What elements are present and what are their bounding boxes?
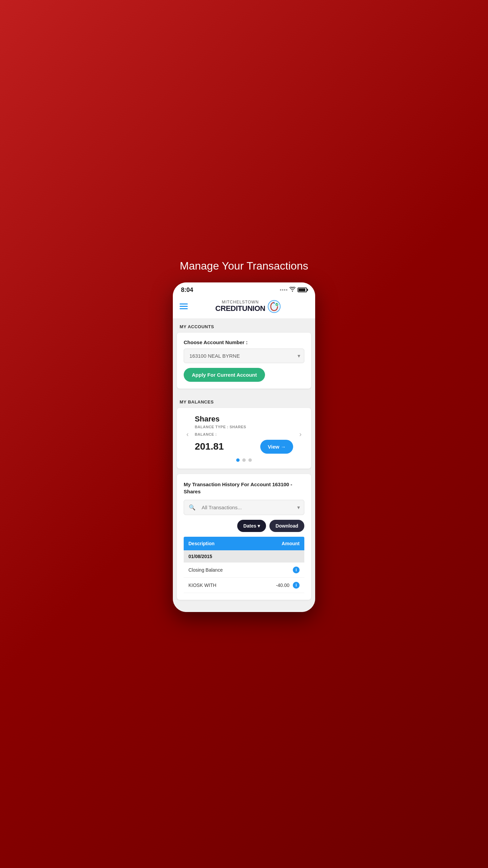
app-body: MY ACCOUNTS Choose Account Number : 1631… — [173, 319, 315, 612]
table-row: Closing Balance i — [184, 563, 304, 578]
apply-current-account-button[interactable]: Apply For Current Account — [184, 368, 265, 382]
phone-frame: 8:04 — [173, 282, 315, 612]
dot-3 — [248, 458, 252, 462]
dots-indicator — [184, 454, 304, 462]
view-balance-button[interactable]: View → — [260, 440, 293, 454]
status-time: 8:04 — [181, 287, 193, 294]
action-buttons: Dates ▾ Download — [184, 520, 304, 532]
table-row: KIOSK WITH -40.00 i — [184, 578, 304, 593]
logo-area: MITCHELSTOWN CREDITUNION — [188, 300, 308, 313]
balance-type-title: Shares — [195, 415, 293, 423]
row-description-kiosk: KIOSK WITH — [188, 583, 276, 588]
logo-text: MITCHELSTOWN CREDITUNION — [215, 300, 265, 313]
balance-amount-value: 201.81 — [195, 441, 224, 452]
balance-content: Shares BALANCE TYPE : SHARES BALANCE : 2… — [191, 415, 297, 454]
battery-icon — [298, 288, 307, 292]
table-header-description: Description — [188, 541, 282, 546]
table-date-group: 01/08/2015 — [184, 550, 304, 563]
download-button[interactable]: Download — [269, 520, 304, 532]
search-input[interactable] — [199, 500, 293, 514]
row-description-closing: Closing Balance — [188, 567, 289, 573]
balance-amount-label: BALANCE : — [195, 432, 293, 436]
logo-creditunion: CREDITUNION — [215, 304, 265, 313]
status-icons — [280, 287, 307, 293]
balance-nav: ‹ Shares BALANCE TYPE : SHARES BALANCE :… — [184, 415, 304, 454]
balance-type-label: BALANCE TYPE : SHARES — [195, 425, 293, 429]
account-number-select[interactable]: 163100 NEAL BYRNE — [184, 349, 304, 363]
accounts-card: Choose Account Number : 163100 NEAL BYRN… — [177, 333, 311, 389]
dates-button[interactable]: Dates ▾ — [237, 520, 266, 532]
dot-1 — [236, 458, 240, 462]
search-icon: 🔍 — [184, 500, 199, 515]
wifi-icon — [289, 287, 296, 293]
balance-next-arrow[interactable]: › — [297, 428, 304, 441]
status-bar: 8:04 — [173, 282, 315, 296]
table-header-amount: Amount — [282, 541, 300, 546]
credit-union-emblem — [267, 300, 281, 313]
choose-account-label: Choose Account Number : — [184, 339, 304, 345]
balance-prev-arrow[interactable]: ‹ — [184, 428, 191, 441]
logo-union: UNION — [242, 304, 265, 313]
transaction-history-title: My Transaction History For Account 16310… — [184, 481, 304, 495]
my-balances-label: MY BALANCES — [173, 394, 315, 408]
logo-credit: CREDIT — [215, 304, 242, 313]
row-info-icon-closing[interactable]: i — [293, 567, 300, 573]
dot-2 — [242, 458, 246, 462]
account-select-wrapper: 163100 NEAL BYRNE ▾ — [184, 349, 304, 363]
balances-card: ‹ Shares BALANCE TYPE : SHARES BALANCE :… — [177, 408, 311, 469]
row-amount-kiosk: -40.00 — [276, 583, 289, 588]
signal-icon — [280, 289, 287, 291]
hamburger-menu-icon[interactable] — [180, 303, 188, 309]
app-header: MITCHELSTOWN CREDITUNION — [173, 296, 315, 319]
search-wrapper: 🔍 ▾ — [184, 500, 304, 515]
row-info-icon-kiosk[interactable]: i — [293, 582, 300, 589]
page-title: Manage Your Transactions — [177, 256, 312, 276]
search-dropdown-arrow[interactable]: ▾ — [293, 500, 304, 515]
transaction-card: My Transaction History For Account 16310… — [177, 474, 311, 600]
balance-bottom: 201.81 View → — [195, 440, 293, 454]
transaction-table: Description Amount 01/08/2015 Closing Ba… — [184, 537, 304, 593]
my-accounts-label: MY ACCOUNTS — [173, 319, 315, 333]
table-header: Description Amount — [184, 537, 304, 550]
